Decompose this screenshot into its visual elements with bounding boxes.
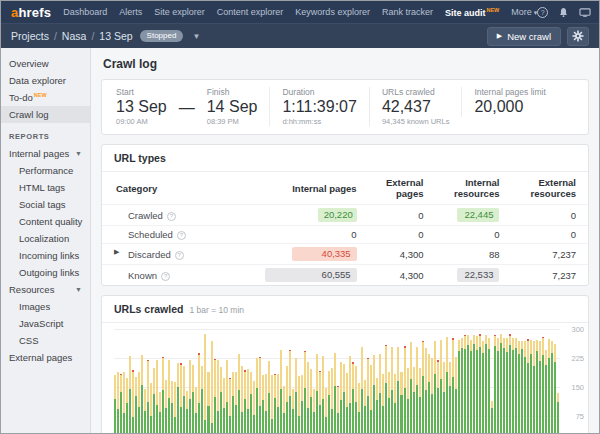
stacked-bar [527, 329, 529, 433]
bar-segment [443, 392, 445, 433]
chart-bars [114, 329, 560, 433]
sidebar-item-incoming-links[interactable]: Incoming links [1, 247, 90, 264]
bar-segment [503, 348, 505, 433]
stacked-bar [361, 329, 363, 433]
stacked-bar [400, 329, 402, 433]
bar-segment [126, 403, 128, 433]
bar-segment [114, 399, 116, 433]
stat-urls-crawled: URLs crawled42,43794,345 known URLs [369, 87, 462, 126]
breadcrumb-project[interactable]: Nasa [62, 30, 87, 42]
sidebar-item-javascript[interactable]: JavaScript [1, 315, 90, 332]
sidebar-item-localization[interactable]: Localization [1, 230, 90, 247]
crawl-stats: Start13 Sep09:00 AM—Finish14 Sep08:39 PM… [102, 80, 588, 134]
ahrefs-logo[interactable]: ahrefs [11, 5, 51, 20]
stacked-bar [512, 329, 514, 433]
breadcrumb-separator: / [54, 30, 57, 42]
bar-segment [473, 335, 475, 344]
bar-segment [223, 378, 225, 408]
bar-segment [358, 412, 360, 433]
nav-item-site-audit[interactable]: Site auditNEW [445, 7, 499, 18]
bar-segment [473, 344, 475, 433]
bar-segment [265, 374, 267, 411]
bar-segment [542, 338, 544, 355]
sidebar-item-css[interactable]: CSS [1, 332, 90, 349]
info-icon[interactable]: ? [177, 231, 186, 240]
bar-segment [328, 371, 330, 395]
stacked-bar [440, 329, 442, 433]
nav-item-site-explorer[interactable]: Site explorer [154, 7, 205, 17]
stacked-bar [325, 329, 327, 433]
bar-segment [177, 387, 179, 433]
info-icon[interactable]: ? [161, 272, 170, 281]
bar-segment [452, 377, 454, 433]
nav-item-content-explorer[interactable]: Content explorer [217, 7, 284, 17]
crawl-select-caret-icon[interactable]: ▼ [192, 32, 200, 41]
expand-row-icon[interactable]: ▶ [114, 248, 119, 256]
stacked-bar [150, 329, 152, 433]
stacked-bar [485, 329, 487, 433]
bar-segment [404, 388, 406, 433]
bar-segment [274, 398, 276, 433]
bar-segment [524, 357, 526, 433]
stacked-bar [458, 329, 460, 433]
bar-segment [413, 392, 415, 433]
screen-icon[interactable] [579, 7, 591, 18]
sidebar-item-label: Localization [19, 233, 82, 244]
bar-segment [217, 360, 219, 411]
sidebar-item-outgoing-links[interactable]: Outgoing links [1, 264, 90, 281]
info-icon[interactable]: ? [175, 251, 184, 260]
bell-icon[interactable] [558, 7, 569, 18]
stacked-bar [488, 329, 490, 433]
bar-segment [165, 380, 167, 408]
sidebar-item-external-pages[interactable]: External pages [1, 349, 90, 366]
nav-item-rank-tracker[interactable]: Rank tracker [382, 7, 433, 17]
bar-segment [132, 372, 134, 418]
bar-segment [217, 411, 219, 433]
play-icon: ▶ [497, 32, 502, 40]
stat-finish: Finish14 Sep08:39 PM [195, 87, 270, 126]
nav-item-alerts[interactable]: Alerts [119, 7, 142, 17]
sidebar-item-internal-pages[interactable]: Internal pages▼ [1, 145, 90, 162]
bar-segment [367, 396, 369, 433]
breadcrumb-projects[interactable]: Projects [11, 30, 49, 42]
sidebar-item-to-do[interactable]: To-doNEW [1, 89, 90, 106]
nav-item-keywords-explorer[interactable]: Keywords explorer [295, 7, 370, 17]
bar-segment [407, 368, 409, 400]
settings-button[interactable] [567, 27, 589, 46]
sidebar-item-social-tags[interactable]: Social tags [1, 196, 90, 213]
bar-segment [349, 356, 351, 403]
stacked-bar [449, 329, 451, 433]
chevron-down-icon[interactable]: ▼ [75, 286, 82, 293]
breadcrumb-crawl-date[interactable]: 13 Sep [99, 30, 132, 42]
sidebar-item-overview[interactable]: Overview [1, 55, 90, 72]
stacked-bar [250, 329, 252, 433]
sidebar-item-data-explorer[interactable]: Data explorer [1, 72, 90, 89]
help-icon[interactable]: ? [537, 7, 548, 18]
bar-segment [488, 349, 490, 433]
sidebar-item-resources[interactable]: Resources▼ [1, 281, 90, 298]
info-icon[interactable]: ? [167, 212, 176, 221]
bar-segment [533, 341, 535, 366]
bar-segment [470, 340, 472, 352]
stacked-bar [476, 329, 478, 433]
stacked-bar [180, 329, 182, 433]
top-nav: ahrefs DashboardAlertsSite explorerConte… [1, 1, 599, 23]
stacked-bar [533, 329, 535, 433]
bar-segment [211, 341, 213, 423]
nav-item-more[interactable]: More▾ [511, 7, 537, 17]
stacked-bar [268, 329, 270, 433]
stacked-bar [265, 329, 267, 433]
stacked-bar [388, 329, 390, 433]
sidebar-item-crawl-log[interactable]: Crawl log [1, 106, 90, 123]
sidebar-item-html-tags[interactable]: HTML tags [1, 179, 90, 196]
bar-segment [449, 362, 451, 387]
new-crawl-button[interactable]: ▶ New crawl [487, 27, 561, 46]
bar-segment [328, 395, 330, 433]
sidebar-item-performance[interactable]: Performance [1, 162, 90, 179]
nav-item-dashboard[interactable]: Dashboard [63, 7, 107, 17]
bar-segment [277, 374, 279, 407]
bar-segment [500, 334, 502, 343]
sidebar-item-content-quality[interactable]: Content quality [1, 213, 90, 230]
chevron-down-icon[interactable]: ▼ [75, 150, 82, 157]
sidebar-item-images[interactable]: Images [1, 298, 90, 315]
